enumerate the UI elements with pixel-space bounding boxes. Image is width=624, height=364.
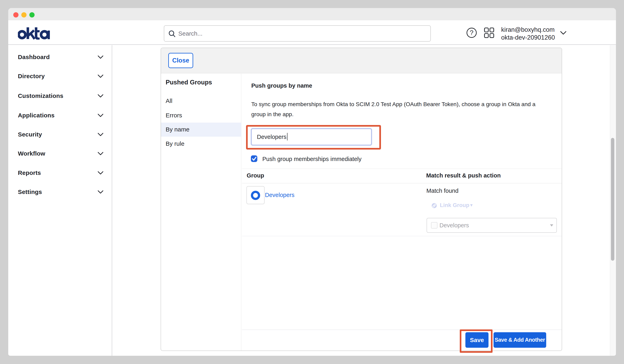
svg-text:?: ? bbox=[470, 29, 473, 36]
